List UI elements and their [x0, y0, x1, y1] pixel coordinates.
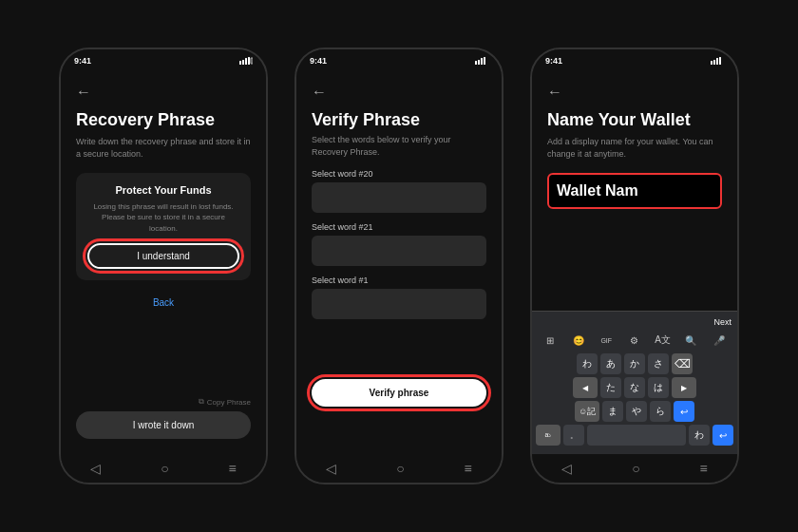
kbd-key-ka[interactable]: か	[624, 353, 645, 374]
kbd-key-ya[interactable]: や	[626, 401, 647, 422]
nav-menu-1[interactable]: ≡	[228, 461, 236, 476]
kbd-mic-icon[interactable]: 🎤	[709, 332, 730, 349]
p3-subtitle: Add a display name for your wallet. You …	[547, 136, 722, 160]
back-arrow-3[interactable]: ←	[547, 84, 722, 101]
svg-rect-3	[248, 57, 250, 65]
copy-phrase[interactable]: ⧉ Copy Phrase	[199, 397, 251, 407]
i-wrote-button[interactable]: I wrote it down	[76, 411, 251, 439]
p1-title: Recovery Phrase	[76, 110, 251, 130]
kbd-gif-icon[interactable]: GIF	[596, 332, 617, 349]
phone-2: 9:41 ← Verify Phrase Select the words be…	[294, 48, 504, 484]
nav-back-2[interactable]: ◁	[326, 461, 336, 476]
svg-rect-6	[478, 60, 480, 65]
kbd-key-emoji2[interactable]: ☺記	[575, 401, 599, 422]
protect-box: Protect Your Funds Losing this phrase wi…	[76, 173, 251, 280]
nav-back-3[interactable]: ◁	[561, 461, 572, 476]
kbd-key-return[interactable]: ↩	[712, 425, 733, 446]
kbd-top-row: Next	[536, 317, 733, 327]
kbd-row-2: ◀ た な は ▶	[536, 377, 733, 398]
kbd-key-wa2[interactable]: わ	[689, 425, 710, 446]
word3-input[interactable]	[312, 289, 486, 319]
screen-2: ← Verify Phrase Select the words below t…	[296, 72, 502, 454]
back-link-1[interactable]: Back	[76, 297, 251, 308]
kbd-grid-icon[interactable]: ⊞	[540, 332, 560, 349]
nav-bar-1: ◁ ○ ≡	[61, 454, 266, 483]
svg-rect-5	[475, 61, 477, 65]
wallet-name-input[interactable]	[547, 173, 722, 209]
svg-rect-7	[481, 58, 483, 65]
nav-home-1[interactable]: ○	[161, 461, 168, 476]
copy-icon: ⧉	[199, 397, 204, 407]
p2-subtitle: Select the words below to verify your Re…	[312, 134, 486, 158]
back-arrow-1[interactable]: ←	[76, 84, 251, 101]
phone-1: 9:41 ← Recovery Phrase Write down the re…	[59, 48, 268, 484]
word2-input[interactable]	[312, 236, 486, 266]
back-arrow-2[interactable]: ←	[312, 84, 486, 101]
kbd-backspace[interactable]: ⌫	[672, 353, 693, 374]
protect-title: Protect Your Funds	[87, 184, 239, 196]
kbd-row-3: ☺記 ま や ら ↩	[536, 401, 733, 422]
svg-rect-12	[719, 57, 721, 65]
kbd-key-ra[interactable]: ら	[650, 401, 671, 422]
status-icons-1	[239, 57, 253, 65]
svg-rect-4	[251, 58, 253, 64]
kbd-key-ha[interactable]: は	[648, 377, 669, 398]
nav-menu-3[interactable]: ≡	[699, 461, 707, 476]
svg-rect-11	[716, 58, 718, 65]
kbd-key-a[interactable]: あ	[600, 353, 621, 374]
p3-title: Name Your Wallet	[547, 110, 722, 130]
kbd-search-icon[interactable]: 🔍	[680, 332, 701, 349]
kbd-icons-row: ⊞ 😊 GIF ⚙ A文 🔍 🎤	[536, 332, 733, 349]
word1-label: Select word #20	[312, 169, 486, 179]
status-icons-2	[475, 57, 488, 65]
svg-rect-10	[713, 60, 715, 65]
kbd-space[interactable]	[587, 425, 686, 446]
word1-input[interactable]	[312, 182, 486, 213]
kbd-row-4: a১ 。 わ ↩	[536, 425, 733, 446]
kbd-key-ma[interactable]: ま	[602, 401, 623, 422]
nav-back-1[interactable]: ◁	[90, 461, 101, 476]
nav-menu-2[interactable]: ≡	[464, 461, 471, 476]
understand-button[interactable]: I understand	[87, 243, 239, 269]
kbd-emoji-icon[interactable]: 😊	[568, 332, 589, 349]
status-bar-2: 9:41	[296, 49, 502, 72]
status-time-1: 9:41	[74, 56, 91, 66]
screen-1: ← Recovery Phrase Write down the recover…	[61, 72, 266, 454]
svg-rect-0	[239, 61, 241, 65]
status-time-3: 9:41	[545, 56, 562, 66]
screen-3: ← Name Your Wallet Add a display name fo…	[532, 72, 737, 454]
status-time-2: 9:41	[310, 56, 327, 66]
nav-bar-2: ◁ ○ ≡	[296, 454, 502, 483]
status-bar-3: 9:41	[532, 49, 737, 72]
status-icons-3	[711, 57, 724, 65]
protect-text: Losing this phrase will result in lost f…	[87, 201, 239, 234]
kbd-key-enter[interactable]: ↩	[674, 401, 694, 422]
kbd-key-sa[interactable]: さ	[648, 353, 669, 374]
kbd-key-na[interactable]: な	[624, 377, 645, 398]
kbd-key-left[interactable]: ◀	[573, 377, 598, 398]
svg-rect-8	[484, 57, 485, 65]
p2-title: Verify Phrase	[312, 110, 486, 130]
verify-button[interactable]: Verify phrase	[312, 379, 486, 407]
word2-label: Select word #21	[312, 222, 486, 232]
kbd-translate-icon[interactable]: A文	[653, 332, 674, 349]
nav-home-3[interactable]: ○	[632, 461, 639, 476]
kbd-row-1: わ あ か さ ⌫	[536, 353, 733, 374]
phone-3: 9:41 ← Name Your Wallet Add a display na…	[530, 48, 739, 484]
kbd-key-wa[interactable]: わ	[577, 353, 598, 374]
kbd-key-alpha[interactable]: a১	[536, 425, 560, 446]
nav-bar-3: ◁ ○ ≡	[532, 454, 737, 483]
svg-rect-2	[245, 58, 247, 65]
kbd-key-period[interactable]: 。	[563, 425, 584, 446]
kbd-settings-icon[interactable]: ⚙	[624, 332, 645, 349]
svg-rect-9	[711, 61, 712, 65]
p1-subtitle: Write down the recovery phrase and store…	[76, 136, 251, 160]
kbd-next-button[interactable]: Next	[713, 317, 732, 327]
kbd-key-right[interactable]: ▶	[672, 377, 696, 398]
keyboard: Next ⊞ 😊 GIF ⚙ A文 🔍 🎤 わ あ か さ ⌫	[532, 311, 737, 454]
svg-rect-1	[242, 60, 244, 65]
word3-label: Select word #1	[312, 276, 486, 285]
kbd-key-ta[interactable]: た	[600, 377, 621, 398]
nav-home-2[interactable]: ○	[396, 461, 404, 476]
status-bar-1: 9:41	[61, 49, 266, 72]
